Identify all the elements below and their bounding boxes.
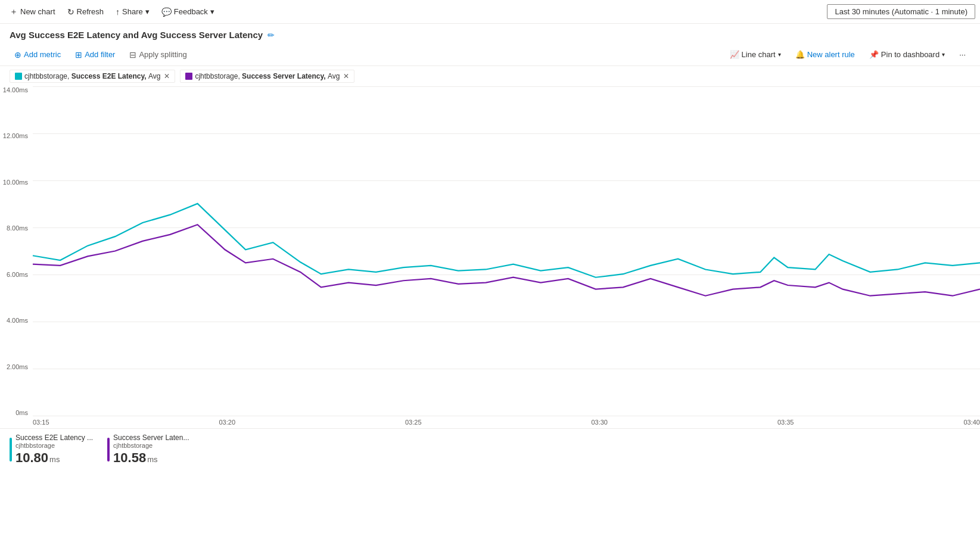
legend-item-inner-2: Success Server Laten... cjhtbbstorage 10… bbox=[107, 434, 189, 466]
legend-value-1: 10.80 ms bbox=[15, 450, 93, 466]
chart-inner: 14.00ms 12.00ms 10.00ms 8.00ms 6.00ms 4.… bbox=[0, 86, 980, 416]
new-alert-label: New alert rule bbox=[807, 50, 855, 59]
legend-color-bar-2 bbox=[107, 438, 110, 462]
alert-icon: 🔔 bbox=[795, 50, 805, 59]
splitting-icon: ⊟ bbox=[129, 50, 136, 60]
line-chart-button[interactable]: 📈 Line chart ▾ bbox=[725, 48, 786, 61]
x-label-0330: 03:30 bbox=[591, 419, 608, 426]
legend-text-1: Success E2E Latency ... cjhtbbstorage 10… bbox=[15, 434, 93, 466]
x-label-0320: 03:20 bbox=[219, 419, 235, 426]
edit-title-icon[interactable]: ✏ bbox=[267, 30, 275, 40]
apply-splitting-button[interactable]: ⊟ Apply splitting bbox=[125, 48, 191, 62]
legend-value-num-2: 10.58 bbox=[113, 450, 146, 466]
pin-icon: 📌 bbox=[869, 50, 879, 59]
line-chart-chevron-icon: ▾ bbox=[778, 51, 781, 58]
new-alert-button[interactable]: 🔔 New alert rule bbox=[791, 48, 860, 61]
plus-icon: ＋ bbox=[10, 7, 18, 17]
chip-close-1[interactable]: ✕ bbox=[164, 73, 170, 80]
legend-value-2: 10.58 ms bbox=[113, 450, 189, 466]
server-latency-line bbox=[33, 225, 980, 295]
main-toolbar: ＋ New chart ↻ Refresh ↑ Share ▾ 💬 Feedba… bbox=[0, 0, 980, 24]
refresh-button[interactable]: ↻ Refresh bbox=[63, 5, 109, 19]
chart-title-bar: Avg Success E2E Latency and Avg Success … bbox=[0, 24, 980, 43]
chip-label-2: cjhtbbstorage, Success Server Latency, A… bbox=[195, 72, 340, 80]
pin-chevron-icon: ▾ bbox=[942, 51, 945, 58]
y-label-4: 4.00ms bbox=[0, 317, 28, 324]
chip-color-2 bbox=[185, 73, 192, 80]
feedback-button[interactable]: 💬 Feedback ▾ bbox=[157, 5, 219, 19]
more-icon: ··· bbox=[959, 50, 966, 59]
chip-close-2[interactable]: ✕ bbox=[343, 73, 349, 80]
add-metric-button[interactable]: ⊕ Add metric bbox=[10, 48, 66, 62]
y-label-12: 12.00ms bbox=[0, 132, 28, 139]
y-label-10: 10.00ms bbox=[0, 179, 28, 186]
legend-value-unit-1: ms bbox=[49, 455, 60, 464]
x-axis: 03:15 03:20 03:25 03:30 03:35 03:40 bbox=[33, 416, 980, 426]
y-label-8: 8.00ms bbox=[0, 225, 28, 232]
feedback-label: Feedback bbox=[174, 7, 208, 16]
metric-chip-2: cjhtbbstorage, Success Server Latency, A… bbox=[180, 70, 354, 83]
metric-chip-1: cjhtbbstorage, Success E2E Latency, Avg … bbox=[10, 70, 175, 83]
refresh-icon: ↻ bbox=[67, 7, 74, 17]
e2e-latency-line bbox=[33, 204, 980, 278]
legend-text-2: Success Server Laten... cjhtbbstorage 10… bbox=[113, 434, 189, 466]
chip-color-1 bbox=[15, 73, 22, 80]
legend-item-1: Success E2E Latency ... cjhtbbstorage 10… bbox=[10, 434, 93, 466]
more-options-button[interactable]: ··· bbox=[954, 48, 970, 61]
chart-legend: Success E2E Latency ... cjhtbbstorage 10… bbox=[0, 428, 980, 470]
line-chart-label: Line chart bbox=[742, 50, 776, 59]
time-range-label: Last 30 minutes (Automatic · 1 minute) bbox=[835, 7, 967, 16]
time-range-button[interactable]: Last 30 minutes (Automatic · 1 minute) bbox=[827, 4, 975, 19]
feedback-chevron-icon: ▾ bbox=[210, 7, 214, 16]
new-chart-button[interactable]: ＋ New chart bbox=[5, 4, 60, 20]
add-metric-label: Add metric bbox=[24, 50, 61, 59]
x-label-0325: 03:25 bbox=[405, 419, 422, 426]
share-label: Share bbox=[122, 7, 143, 16]
legend-sublabel-2: cjhtbbstorage bbox=[113, 442, 189, 449]
metric-chips: cjhtbbstorage, Success E2E Latency, Avg … bbox=[0, 66, 980, 86]
legend-value-unit-2: ms bbox=[147, 455, 157, 464]
legend-value-num-1: 10.80 bbox=[15, 450, 48, 466]
metrics-toolbar: ⊕ Add metric ⊞ Add filter ⊟ Apply splitt… bbox=[0, 43, 980, 66]
chart-title: Avg Success E2E Latency and Avg Success … bbox=[10, 30, 263, 40]
add-filter-label: Add filter bbox=[85, 50, 115, 59]
add-filter-button[interactable]: ⊞ Add filter bbox=[70, 48, 120, 62]
y-label-14: 14.00ms bbox=[0, 86, 28, 93]
legend-label-2: Success Server Laten... bbox=[113, 434, 189, 442]
filter-icon: ⊞ bbox=[75, 50, 82, 60]
line-chart-icon: 📈 bbox=[730, 50, 739, 59]
chart-wrapper: 14.00ms 12.00ms 10.00ms 8.00ms 6.00ms 4.… bbox=[0, 86, 980, 426]
legend-item-2: Success Server Laten... cjhtbbstorage 10… bbox=[107, 434, 189, 466]
y-label-6: 6.00ms bbox=[0, 271, 28, 278]
pin-dashboard-button[interactable]: 📌 Pin to dashboard ▾ bbox=[864, 48, 950, 61]
x-label-0335: 03:35 bbox=[777, 419, 794, 426]
chart-plot bbox=[33, 86, 980, 416]
share-chevron-icon: ▾ bbox=[145, 7, 150, 16]
y-label-2: 2.00ms bbox=[0, 363, 28, 370]
share-icon: ↑ bbox=[116, 7, 120, 17]
add-metric-icon: ⊕ bbox=[14, 50, 21, 60]
refresh-label: Refresh bbox=[77, 7, 104, 16]
share-button[interactable]: ↑ Share ▾ bbox=[111, 5, 154, 19]
grid-line-0 bbox=[33, 416, 980, 416]
legend-color-bar-1 bbox=[10, 438, 12, 462]
y-axis: 14.00ms 12.00ms 10.00ms 8.00ms 6.00ms 4.… bbox=[0, 86, 33, 416]
new-chart-label: New chart bbox=[20, 7, 55, 16]
legend-label-1: Success E2E Latency ... bbox=[15, 434, 93, 442]
x-label-0315: 03:15 bbox=[33, 419, 49, 426]
chart-svg bbox=[33, 86, 980, 416]
legend-item-inner-1: Success E2E Latency ... cjhtbbstorage 10… bbox=[10, 434, 93, 466]
chip-label-1: cjhtbbstorage, Success E2E Latency, Avg bbox=[24, 72, 160, 80]
x-label-0340: 03:40 bbox=[963, 419, 980, 426]
legend-sublabel-1: cjhtbbstorage bbox=[15, 442, 93, 449]
metrics-right-actions: 📈 Line chart ▾ 🔔 New alert rule 📌 Pin to… bbox=[725, 48, 970, 61]
pin-dashboard-label: Pin to dashboard bbox=[881, 50, 939, 59]
apply-splitting-label: Apply splitting bbox=[139, 50, 186, 59]
y-label-0: 0ms bbox=[0, 409, 28, 416]
feedback-icon: 💬 bbox=[161, 7, 172, 17]
